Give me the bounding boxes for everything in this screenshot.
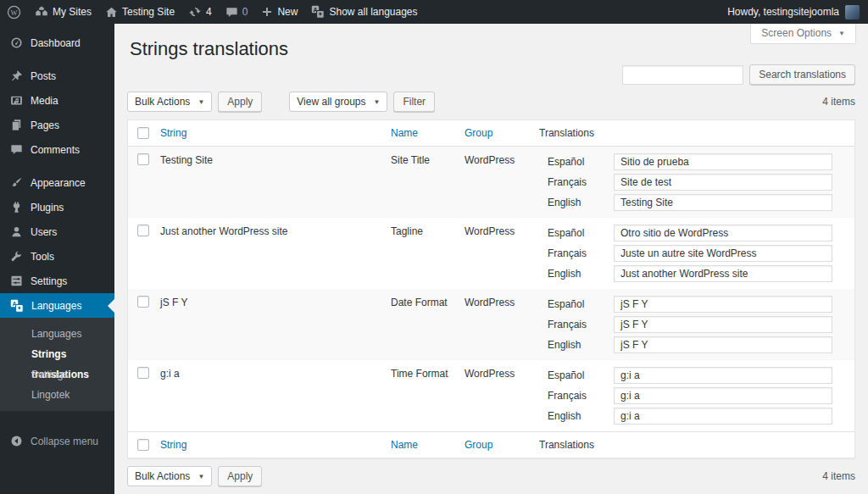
new-menu[interactable]: New <box>254 0 304 24</box>
comment-icon <box>10 143 23 156</box>
tablenav-top: Bulk Actions ▼ Apply View all groups ▼ F… <box>127 92 855 112</box>
search-box: Search translations <box>127 64 855 85</box>
sidebar-item-label: Languages <box>31 300 81 312</box>
sort-name-header[interactable]: Name <box>391 127 418 139</box>
translations-cell: Español Français English <box>539 147 854 218</box>
sidebar-item-dashboard[interactable]: Dashboard <box>0 31 114 55</box>
sidebar-menu: Dashboard Posts Media Pages Comments <box>0 24 114 318</box>
translations-cell: Español Français English <box>539 360 854 431</box>
sidebar-item-label: Dashboard <box>31 37 81 49</box>
comments-menu[interactable]: 0 <box>219 0 255 24</box>
view-groups-select[interactable]: View all groups ▼ <box>289 92 387 112</box>
sidebar-item-tools[interactable]: Tools <box>0 244 114 269</box>
show-all-languages-menu[interactable]: A Show all languages <box>304 0 424 24</box>
wp-logo-menu[interactable]: W <box>0 0 28 24</box>
table-row: Testing Site Site Title WordPress Españo… <box>128 147 854 218</box>
language-label: English <box>548 197 614 208</box>
translation-input[interactable] <box>614 296 832 313</box>
my-sites-menu[interactable]: My Sites <box>28 0 98 24</box>
string-cell: Testing Site <box>160 147 391 218</box>
sidebar-item-plugins[interactable]: Plugins <box>0 195 114 219</box>
language-label: Español <box>548 156 614 168</box>
sidebar-item-comments[interactable]: Comments <box>0 137 114 162</box>
row-checkbox[interactable] <box>137 225 149 236</box>
language-label: Français <box>548 319 614 330</box>
chevron-down-icon: ▼ <box>198 473 204 480</box>
update-count-badge: 4 <box>206 6 212 18</box>
home-icon <box>105 6 118 19</box>
apply-button[interactable]: Apply <box>218 92 262 112</box>
search-translations-button[interactable]: Search translations <box>749 64 855 85</box>
language-label: Español <box>548 369 614 381</box>
translation-input[interactable] <box>614 367 832 384</box>
translation-input[interactable] <box>614 336 832 353</box>
sidebar-item-pages[interactable]: Pages <box>0 113 114 137</box>
collapse-menu-button[interactable]: Collapse menu <box>0 429 114 453</box>
sidebar-item-languages[interactable]: A Languages <box>0 293 114 318</box>
translations-header: Translations <box>539 127 594 139</box>
howdy-menu[interactable]: Howdy, testingsitejoomla <box>727 6 839 18</box>
sidebar-item-posts[interactable]: Posts <box>0 64 114 88</box>
bulk-actions-select[interactable]: Bulk Actions ▼ <box>127 466 212 486</box>
sort-name-header[interactable]: Name <box>391 439 418 451</box>
string-cell: Just another WordPress site <box>160 218 391 289</box>
sidebar-item-appearance[interactable]: Appearance <box>0 170 114 195</box>
bulk-actions-select[interactable]: Bulk Actions ▼ <box>127 92 212 112</box>
languages-submenu: Languages Strings translations Settings … <box>0 318 114 411</box>
translation-input[interactable] <box>614 265 832 282</box>
sidebar-subitem-lingotek[interactable]: Lingotek <box>0 385 114 405</box>
sidebar-item-label: Posts <box>31 70 56 82</box>
sort-group-header[interactable]: Group <box>465 439 492 451</box>
apply-button[interactable]: Apply <box>218 466 262 486</box>
sidebar-subitem-settings[interactable]: Settings <box>0 364 114 385</box>
translation-input[interactable] <box>614 408 832 425</box>
updates-menu[interactable]: 4 <box>181 0 219 24</box>
svg-text:W: W <box>10 8 17 16</box>
screen-options-label: Screen Options <box>761 27 832 39</box>
translation-row: English <box>548 336 832 353</box>
sort-group-header[interactable]: Group <box>465 127 492 139</box>
pages-icon <box>10 119 23 131</box>
select-all-checkbox[interactable] <box>137 439 149 451</box>
site-menu[interactable]: Testing Site <box>98 0 181 24</box>
sidebar-item-media[interactable]: Media <box>0 88 114 113</box>
translation-row: Español <box>548 296 832 313</box>
media-icon <box>10 94 23 107</box>
translation-input[interactable] <box>614 174 832 191</box>
translation-input[interactable] <box>614 245 832 262</box>
sidebar-subitem-languages[interactable]: Languages <box>0 324 114 344</box>
sidebar-item-settings[interactable]: Settings <box>0 269 114 293</box>
menu-separator <box>0 162 114 170</box>
sidebar-item-label: Comments <box>31 144 80 156</box>
sidebar-item-users[interactable]: Users <box>0 219 114 244</box>
sidebar-item-label: Users <box>31 226 57 238</box>
sort-string-header[interactable]: String <box>160 127 186 139</box>
sidebar-item-label: Settings <box>31 275 67 287</box>
sidebar-item-label: Appearance <box>31 177 86 189</box>
avatar[interactable] <box>845 5 860 19</box>
select-all-checkbox[interactable] <box>137 127 149 139</box>
language-label: Español <box>548 227 614 239</box>
wrench-icon <box>10 250 23 263</box>
row-checkbox[interactable] <box>137 153 149 165</box>
search-input[interactable] <box>622 65 743 85</box>
translation-row: Français <box>548 316 832 333</box>
translation-input[interactable] <box>614 153 832 170</box>
language-label: English <box>548 339 614 351</box>
sidebar-subitem-strings-translations[interactable]: Strings translations <box>0 344 114 364</box>
group-cell: WordPress <box>465 289 539 360</box>
row-checkbox[interactable] <box>137 296 149 308</box>
table-row: g:i a Time Format WordPress Español Fran… <box>128 360 854 431</box>
row-checkbox[interactable] <box>137 367 149 379</box>
update-icon <box>188 5 202 19</box>
screen-options-button[interactable]: Screen Options ▼ <box>750 24 856 44</box>
translation-input[interactable] <box>614 225 832 241</box>
chevron-down-icon: ▼ <box>374 98 381 106</box>
translation-input[interactable] <box>614 194 832 211</box>
sort-string-header[interactable]: String <box>160 439 186 451</box>
translation-input[interactable] <box>614 387 832 404</box>
translation-input[interactable] <box>614 316 832 333</box>
table-row: Just another WordPress site Tagline Word… <box>128 218 854 289</box>
page-title: Strings translations <box>130 38 855 60</box>
filter-button[interactable]: Filter <box>393 92 435 112</box>
